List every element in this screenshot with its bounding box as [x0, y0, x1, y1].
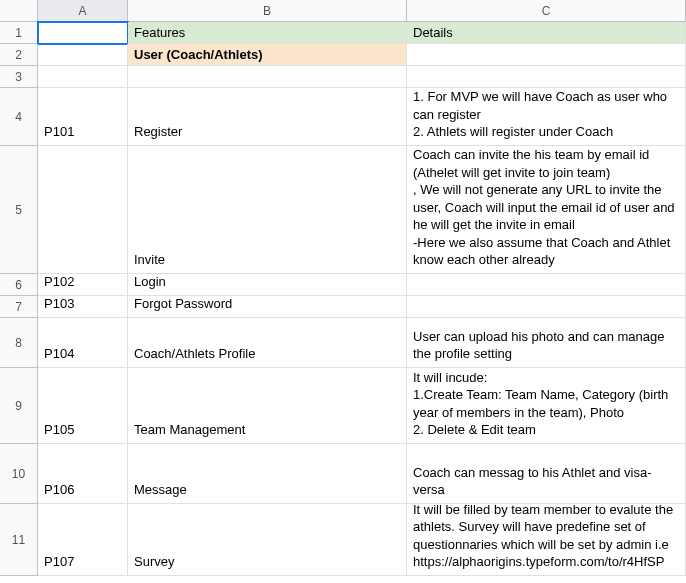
row-header-5[interactable]: 5 [0, 146, 38, 274]
cell-c-3[interactable] [407, 66, 686, 88]
row-header-4[interactable]: 4 [0, 88, 38, 146]
cell-c-1[interactable]: Details [407, 22, 686, 44]
cell-a-9[interactable]: P105 [38, 368, 128, 444]
cell-a-11[interactable]: P107 [38, 504, 128, 576]
cell-b-3[interactable] [128, 66, 407, 88]
row-header-1[interactable]: 1 [0, 22, 38, 44]
col-header-C[interactable]: C [407, 0, 686, 22]
cell-b-11[interactable]: Survey [128, 504, 407, 576]
cell-b-1[interactable]: Features [128, 22, 407, 44]
cell-a-4[interactable]: P101 [38, 88, 128, 146]
cell-a-8[interactable]: P104 [38, 318, 128, 368]
row-header-6[interactable]: 6 [0, 274, 38, 296]
cell-c-10[interactable]: Coach can messag to his Athlet and visa-… [407, 444, 686, 504]
cell-a-10[interactable]: P106 [38, 444, 128, 504]
row-header-9[interactable]: 9 [0, 368, 38, 444]
cell-a-5[interactable] [38, 146, 128, 274]
spreadsheet-grid[interactable]: ABC1FeaturesDetails2User (Coach/Athlets)… [0, 0, 686, 576]
cell-a-7[interactable]: P103 [38, 296, 128, 318]
row-header-8[interactable]: 8 [0, 318, 38, 368]
cell-c-4[interactable]: 1. For MVP we will have Coach as user wh… [407, 88, 686, 146]
cell-a-1[interactable] [38, 22, 128, 44]
cell-c-8[interactable]: User can upload his photo and can manage… [407, 318, 686, 368]
cell-c-7[interactable] [407, 296, 686, 318]
cell-b-4[interactable]: Register [128, 88, 407, 146]
row-header-10[interactable]: 10 [0, 444, 38, 504]
row-header-3[interactable]: 3 [0, 66, 38, 88]
cell-c-9[interactable]: It will incude: 1.Create Team: Team Name… [407, 368, 686, 444]
col-header-B[interactable]: B [128, 0, 407, 22]
row-header-7[interactable]: 7 [0, 296, 38, 318]
row-header-11[interactable]: 11 [0, 504, 38, 576]
row-header-2[interactable]: 2 [0, 44, 38, 66]
col-header-A[interactable]: A [38, 0, 128, 22]
cell-a-6[interactable]: P102 [38, 274, 128, 296]
cell-b-2[interactable]: User (Coach/Athlets) [128, 44, 407, 66]
cell-b-7[interactable]: Forgot Password [128, 296, 407, 318]
cell-a-2[interactable] [38, 44, 128, 66]
cell-c-6[interactable] [407, 274, 686, 296]
cell-c-5[interactable]: Coach can invite the his team by email i… [407, 146, 686, 274]
cell-b-9[interactable]: Team Management [128, 368, 407, 444]
cell-c-11[interactable]: It will be filled by team member to eval… [407, 504, 686, 576]
cell-b-10[interactable]: Message [128, 444, 407, 504]
cell-b-8[interactable]: Coach/Athlets Profile [128, 318, 407, 368]
select-all-corner[interactable] [0, 0, 38, 22]
cell-c-2[interactable] [407, 44, 686, 66]
cell-a-3[interactable] [38, 66, 128, 88]
cell-b-5[interactable]: Invite [128, 146, 407, 274]
cell-b-6[interactable]: Login [128, 274, 407, 296]
